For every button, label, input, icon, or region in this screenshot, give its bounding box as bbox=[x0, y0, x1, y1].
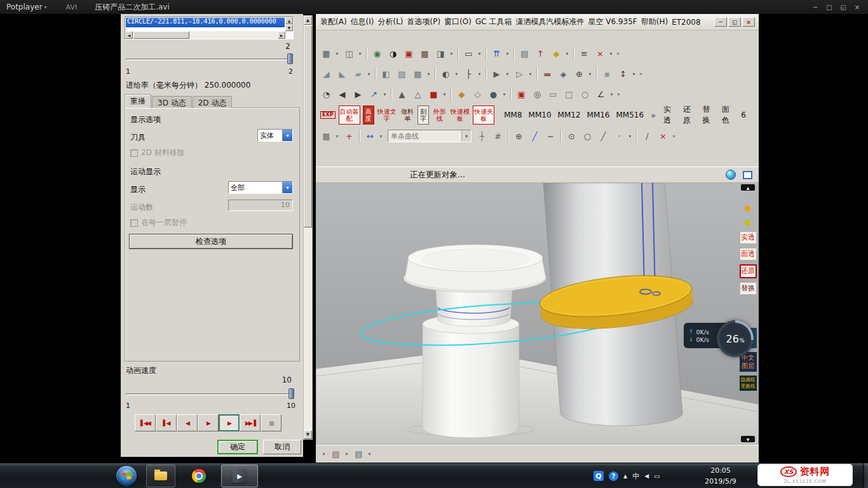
toolbar-icon[interactable]: ▾ bbox=[607, 46, 614, 61]
toolbar-icon[interactable]: ▾ bbox=[504, 46, 511, 61]
toolbar-icon[interactable]: ↑ bbox=[533, 46, 548, 61]
toolbar-icon[interactable]: ↔ bbox=[363, 129, 377, 144]
video-display-area[interactable]: CIRCLE/-221.811,-18.416,0.000,0.0000000 … bbox=[0, 14, 868, 463]
animation-speed-slider[interactable] bbox=[126, 388, 294, 400]
size-preset-button[interactable]: MM516 bbox=[616, 111, 644, 119]
menu-item[interactable]: 星空 V6.935F bbox=[586, 17, 639, 27]
toolbar-icon[interactable]: ◣ bbox=[335, 67, 349, 81]
quick-tool-button[interactable]: 快速夹板 bbox=[473, 105, 494, 125]
shade-translucent-button[interactable]: 实透 bbox=[740, 231, 757, 244]
toolbar-icon[interactable]: » bbox=[614, 46, 621, 61]
quick-tool-button[interactable]: 快速文字 bbox=[377, 105, 397, 125]
toolbar-icon[interactable]: ■ bbox=[426, 87, 441, 102]
checkbox-icon[interactable] bbox=[130, 219, 138, 227]
player-minimize-button[interactable]: ─ bbox=[808, 1, 822, 13]
go-to-end-button[interactable]: ▶▶▐ bbox=[240, 414, 261, 431]
chevron-down-icon[interactable] bbox=[282, 130, 292, 141]
toolbar-icon[interactable]: ╱ bbox=[527, 129, 542, 144]
toolbar-icon[interactable]: ⇈ bbox=[489, 46, 504, 61]
hidden-line-button[interactable]: 隐藏线变曲线 bbox=[740, 376, 757, 391]
display-mode-button[interactable]: 还原 bbox=[683, 104, 695, 126]
toolbar-icon[interactable]: ∕ bbox=[640, 129, 654, 144]
face-translucent-button[interactable]: 面透 bbox=[740, 248, 757, 261]
go-to-start-button[interactable]: ▌◀◀ bbox=[135, 414, 156, 431]
toolbar-icon[interactable]: » bbox=[670, 129, 677, 144]
play-button[interactable]: ▶ bbox=[219, 414, 240, 431]
toolbar-icon[interactable]: ▾ bbox=[366, 447, 373, 461]
toolbar-icon[interactable]: △ bbox=[410, 87, 425, 102]
nx-minimize-button[interactable]: ─ bbox=[714, 17, 727, 27]
nx-close-button[interactable]: × bbox=[742, 17, 755, 27]
toolbar-icon[interactable]: ▾ bbox=[425, 67, 432, 81]
toolbar-icon[interactable]: ▾ bbox=[365, 67, 372, 81]
toolbar-icon[interactable]: ◇ bbox=[470, 87, 485, 102]
listbox-vertical-scrollbar[interactable] bbox=[285, 17, 293, 31]
toolbar-icon[interactable]: ▾ bbox=[320, 447, 327, 461]
toolbar-icon[interactable]: ▰ bbox=[351, 67, 365, 81]
toolbar-icon[interactable]: ▾ bbox=[527, 67, 534, 81]
toolbar-icon[interactable]: ▣ bbox=[402, 46, 416, 61]
toolbar-icon[interactable]: ▾ bbox=[504, 67, 511, 81]
toolbar-icon[interactable]: ▤ bbox=[351, 447, 366, 461]
toolbar-icon[interactable]: ◨ bbox=[433, 46, 448, 61]
toolbar-icon[interactable]: · bbox=[612, 129, 627, 144]
pause-each-level-checkbox-row[interactable]: 在每一层暂停 bbox=[130, 217, 187, 228]
toolbar-icon[interactable]: ▾ bbox=[334, 129, 341, 144]
toolbar-icon[interactable]: ○ bbox=[580, 129, 595, 144]
toolbar-icon[interactable]: ◎ bbox=[530, 87, 545, 102]
player-pip-button[interactable]: ◱ bbox=[836, 1, 850, 13]
toolbar-icon[interactable]: ▲ bbox=[395, 87, 409, 102]
volume-tray-icon[interactable]: ◀ bbox=[644, 473, 649, 479]
toolbar-icon[interactable]: ▾ bbox=[608, 87, 615, 102]
toolbar-icon[interactable]: ◧ bbox=[379, 67, 393, 81]
toolbar-icon[interactable]: ▷ bbox=[512, 67, 527, 81]
player-maximize-button[interactable]: □ bbox=[822, 1, 836, 13]
scroll-down-icon[interactable] bbox=[285, 24, 293, 31]
toolbar-icon[interactable]: ↕ bbox=[616, 67, 630, 81]
slider-handle[interactable] bbox=[287, 53, 293, 64]
toolbar-icon[interactable]: × bbox=[656, 129, 670, 144]
toolbar-icon[interactable]: ⊕ bbox=[572, 67, 587, 81]
material-removal-checkbox-row[interactable]: 2D 材料移除 bbox=[130, 147, 185, 158]
toolbar-icon[interactable]: ▾ bbox=[356, 46, 363, 61]
toolbar-icon[interactable]: ◀ bbox=[335, 87, 349, 102]
toolbar-icon[interactable]: + bbox=[342, 129, 356, 144]
listbox-horizontal-scrollbar[interactable] bbox=[125, 31, 285, 39]
menu-item[interactable]: ET2008 bbox=[670, 18, 702, 27]
toolbar-icon[interactable]: ◆ bbox=[549, 46, 564, 61]
toolbar-icon[interactable]: ◫ bbox=[342, 46, 356, 61]
toolbar-icon[interactable]: ▶ bbox=[351, 87, 365, 102]
quick-tool-button[interactable]: 快速模板 bbox=[450, 105, 470, 125]
menu-item[interactable]: 帮助(H) bbox=[639, 17, 670, 27]
globe-icon[interactable] bbox=[726, 170, 736, 180]
cancel-button[interactable]: 取消 bbox=[263, 440, 301, 454]
menu-item[interactable]: GC 工具箱 bbox=[473, 17, 514, 27]
taskbar-chrome-button[interactable] bbox=[184, 464, 214, 487]
restore-button[interactable]: 还原 bbox=[740, 264, 757, 278]
check-options-button[interactable]: 检查选项 bbox=[129, 234, 293, 249]
quick-tool-button[interactable]: 自动装配 bbox=[339, 105, 360, 125]
toolbar-icon[interactable]: ▾ bbox=[343, 447, 350, 461]
replace-button[interactable]: 替换 bbox=[740, 282, 757, 295]
toolbar-icon[interactable]: ▦ bbox=[319, 46, 334, 61]
display-mode-button[interactable]: 实透 bbox=[663, 104, 675, 126]
nx-restore-button[interactable]: ◱ bbox=[728, 17, 741, 27]
slider-handle[interactable] bbox=[288, 388, 294, 399]
gcode-listbox[interactable]: CIRCLE/-221.811,-18.416,0.000,0.0000000 bbox=[125, 17, 294, 39]
menu-item[interactable]: 窗口(O) bbox=[442, 17, 473, 27]
quick-tool-button[interactable]: 高度 bbox=[363, 105, 374, 125]
ime-tray-icon[interactable]: 中 bbox=[632, 471, 639, 481]
toolbar-icon[interactable]: ↗ bbox=[367, 87, 381, 102]
dialog-tab[interactable]: 重播 bbox=[125, 94, 151, 108]
display-mode-button[interactable]: 面色 bbox=[722, 104, 734, 126]
standard-part-icon[interactable]: ◆ bbox=[744, 203, 752, 213]
toolbar-icon[interactable]: ▾ bbox=[377, 129, 384, 144]
progress-percent-widget[interactable]: 26 % bbox=[717, 320, 754, 357]
viewport-3d[interactable] bbox=[316, 183, 759, 445]
slider-track[interactable] bbox=[126, 393, 294, 395]
toolbar-icon[interactable]: ╱ bbox=[596, 129, 611, 144]
toolbar-icon[interactable]: ⊕ bbox=[512, 129, 526, 144]
toolbar-icon[interactable]: ~ bbox=[543, 129, 558, 144]
dialog-tab[interactable]: 3D 动态 bbox=[152, 96, 192, 108]
toolbar-icon[interactable]: » bbox=[615, 87, 622, 102]
